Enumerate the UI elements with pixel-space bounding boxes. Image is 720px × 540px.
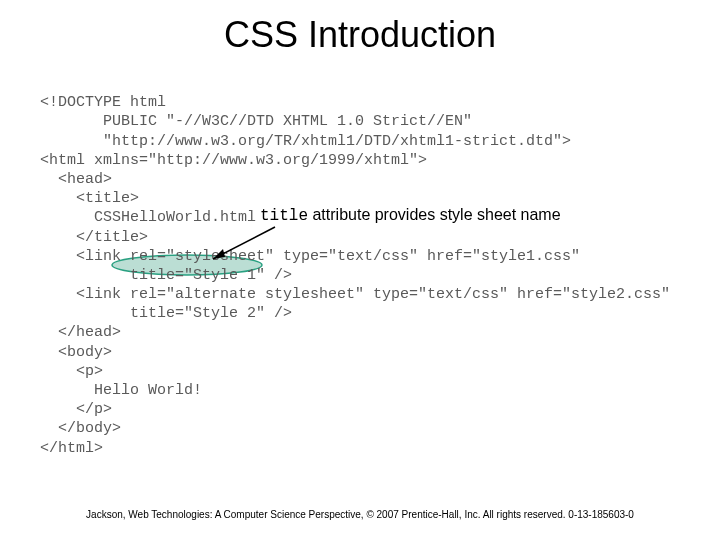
code-line: <link rel="stylesheet" type="text/css" h… bbox=[40, 248, 580, 265]
code-line: <p> bbox=[40, 363, 103, 380]
code-line: </p> bbox=[40, 401, 112, 418]
code-line: <html xmlns="http://www.w3.org/1999/xhtm… bbox=[40, 152, 427, 169]
code-line: </head> bbox=[40, 324, 121, 341]
code-line: </title> bbox=[40, 229, 148, 246]
page-title: CSS Introduction bbox=[0, 14, 720, 56]
code-line: </html> bbox=[40, 440, 103, 457]
code-line: CSSHelloWorld.html bbox=[40, 209, 256, 226]
code-line: <link rel="alternate stylesheet" type="t… bbox=[40, 286, 670, 303]
callout-mono: title bbox=[260, 207, 308, 225]
code-line: <body> bbox=[40, 344, 112, 361]
code-line: title="Style 1" /> bbox=[40, 267, 292, 284]
code-line: PUBLIC "-//W3C//DTD XHTML 1.0 Strict//EN… bbox=[40, 113, 472, 130]
code-line: <head> bbox=[40, 171, 112, 188]
code-line: </body> bbox=[40, 420, 121, 437]
callout-rest: attribute provides style sheet name bbox=[308, 206, 561, 223]
callout-text: title attribute provides style sheet nam… bbox=[260, 206, 561, 225]
code-line: <!DOCTYPE html bbox=[40, 94, 166, 111]
code-line: "http://www.w3.org/TR/xhtml1/DTD/xhtml1-… bbox=[40, 133, 571, 150]
code-line: title="Style 2" /> bbox=[40, 305, 292, 322]
code-line: <title> bbox=[40, 190, 139, 207]
code-block: <!DOCTYPE html PUBLIC "-//W3C//DTD XHTML… bbox=[40, 74, 720, 458]
code-line: Hello World! bbox=[40, 382, 202, 399]
footer-text: Jackson, Web Technologies: A Computer Sc… bbox=[0, 509, 720, 520]
